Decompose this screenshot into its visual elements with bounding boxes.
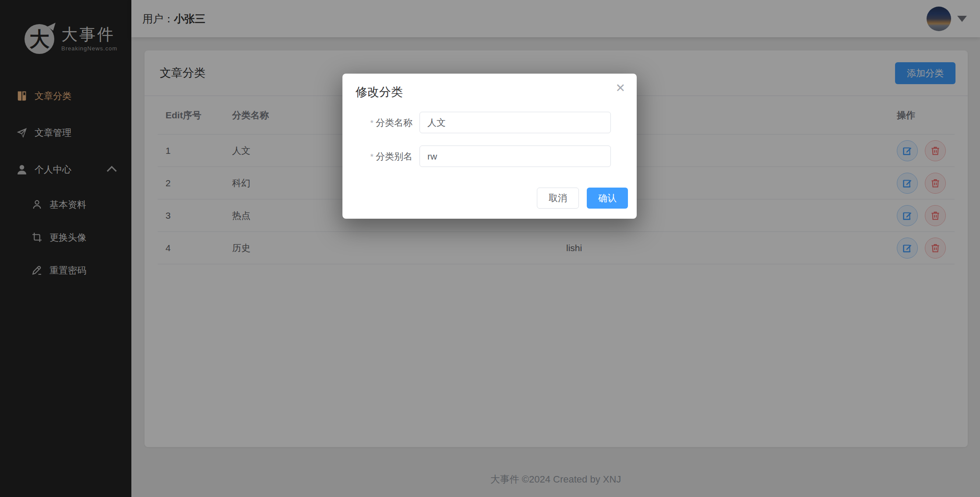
cancel-button[interactable]: 取消 xyxy=(537,188,579,209)
required-asterisk: * xyxy=(370,118,374,128)
dialog-title: 修改分类 xyxy=(356,84,624,100)
app-root: 大 大事件 BreakingNews.com 文章分类 文章管理 xyxy=(0,0,980,497)
close-icon[interactable]: ✕ xyxy=(615,82,625,94)
category-name-input[interactable] xyxy=(419,112,611,133)
dialog-footer: 取消 确认 xyxy=(537,188,628,209)
category-form: *分类名称 *分类别名 xyxy=(356,112,624,167)
label-text: 分类名称 xyxy=(376,117,412,128)
category-alias-input[interactable] xyxy=(419,146,611,167)
edit-category-dialog: 修改分类 ✕ *分类名称 *分类别名 取消 确认 xyxy=(342,74,637,219)
required-asterisk: * xyxy=(370,152,374,161)
form-row-alias: *分类别名 xyxy=(356,146,624,167)
form-row-name: *分类名称 xyxy=(356,112,624,133)
confirm-button[interactable]: 确认 xyxy=(587,188,628,209)
category-name-label: *分类名称 xyxy=(356,117,419,129)
category-alias-label: *分类别名 xyxy=(356,150,419,163)
label-text: 分类别名 xyxy=(376,151,412,161)
